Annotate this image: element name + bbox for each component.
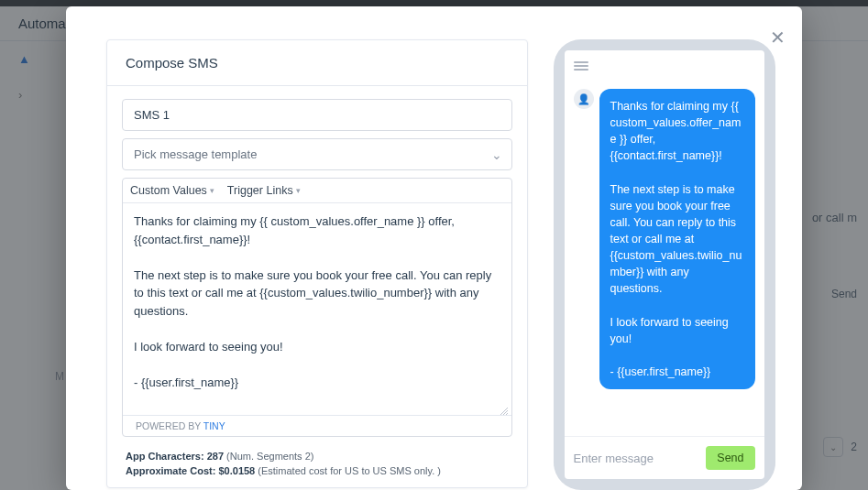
phone-message-input[interactable]: Enter message [574, 452, 699, 465]
chevron-down-icon: ▾ [296, 186, 301, 195]
template-placeholder: Pick message template [123, 139, 511, 169]
close-icon: ✕ [770, 27, 786, 48]
editor-toolbar: Custom Values▾ Trigger Links▾ [123, 179, 511, 203]
message-bubble: Thanks for claiming my {{ custom_values.… [599, 89, 755, 389]
message-textarea[interactable]: Thanks for claiming my {{ custom_values.… [123, 203, 511, 415]
trigger-links-dropdown[interactable]: Trigger Links▾ [227, 184, 301, 197]
compose-sms-modal: ✕ Compose SMS Pick message template ⌄ Cu… [66, 6, 802, 490]
editor-powered-by: POWERED BY TINY [123, 415, 511, 436]
custom-values-dropdown[interactable]: Custom Values▾ [130, 184, 214, 197]
chevron-down-icon: ▾ [210, 186, 214, 195]
phone-send-button[interactable]: Send [706, 446, 754, 470]
close-button[interactable]: ✕ [770, 28, 786, 47]
tiny-link[interactable]: TINY [203, 420, 225, 431]
message-stats: App Characters: 287 (Num. Segments 2) Ap… [122, 444, 512, 480]
compose-title: Compose SMS [107, 40, 527, 86]
template-select[interactable]: Pick message template ⌄ [122, 138, 512, 170]
chat-area: 👤 Thanks for claiming my {{ custom_value… [565, 78, 764, 436]
hamburger-icon[interactable] [574, 61, 588, 71]
compose-card: Compose SMS Pick message template ⌄ Cust… [106, 39, 528, 488]
avatar: 👤 [574, 89, 594, 109]
phone-preview: 👤 Thanks for claiming my {{ custom_value… [554, 39, 775, 490]
message-editor: Custom Values▾ Trigger Links▾ Thanks for… [122, 178, 512, 437]
avatar-icon: 👤 [577, 93, 590, 105]
phone-screen: 👤 Thanks for claiming my {{ custom_value… [565, 50, 764, 479]
sms-name-input[interactable] [122, 99, 512, 131]
resize-handle-icon[interactable] [500, 403, 509, 412]
chevron-down-icon: ⌄ [491, 147, 502, 162]
